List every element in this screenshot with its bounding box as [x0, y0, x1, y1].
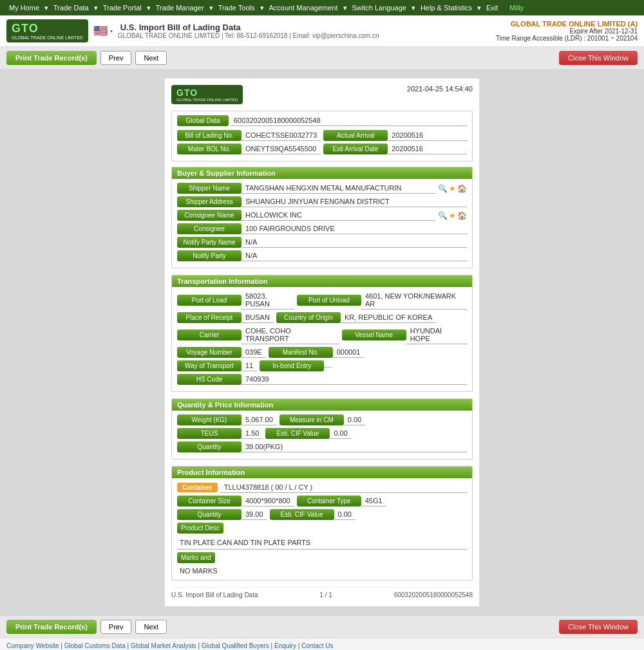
place-of-receipt-row: Place of Receipt BUSAN [177, 312, 274, 323]
vessel-name-row: Vessel Name HYUNDAI HOPE [342, 326, 467, 344]
global-data-label: Global Data [177, 115, 229, 126]
print-button-top[interactable]: Print Trade Record(s) [6, 51, 97, 65]
nav-trade-tools[interactable]: Trade Tools [214, 3, 259, 13]
buyer-supplier-body: Shipper Name TANGSHAN HENGXIN METAL MANU… [172, 179, 472, 268]
footer-link-global-market[interactable]: Global Market Analysis [131, 642, 196, 649]
product-esti-cif-row: Esti. CIF Value 0.00 [270, 509, 355, 520]
mater-bol-row: Mater BOL No. ONEYTS9QA5545500 Esti Arri… [177, 144, 467, 157]
logo-gto-text: GTO [12, 22, 39, 35]
footer-link-global-customs[interactable]: Global Customs Data [64, 642, 126, 649]
expire-label: Expire After 2021-12-31 [496, 28, 638, 35]
nav-trade-portal[interactable]: Trade Portal [99, 3, 146, 13]
port-of-load-row: Port of Load 58023, PUSAN [177, 291, 294, 310]
nav-my-home[interactable]: My Home [5, 3, 43, 13]
mater-bol-value: ONEYTS9QA5545500 [242, 144, 321, 154]
quantity-price-section: Quantity & Price Information Weight (KG)… [171, 398, 473, 460]
time-range-label: Time Range Accessible (LDR) : 201001 ~ 2… [496, 35, 638, 42]
global-data-row: Global Data 6003202005180000052548 [177, 115, 467, 126]
port-of-load-label: Port of Load [177, 295, 242, 306]
carrier-label: Carrier [177, 330, 242, 340]
port-of-unload-value: 4601, NEW YORK/NEWARK AR [361, 291, 467, 310]
record-datetime: 2021-04-25 14:54:40 [407, 85, 473, 93]
shipper-home-icon[interactable]: 🏠 [457, 184, 467, 193]
quantity-price-body: Weight (KG) 5,067.00 Measure in CM 0.00 … [172, 411, 472, 459]
voyage-number-row: Voyage Number 039E [177, 347, 266, 358]
account-company-name: GLOBAL TRADE ONLINE LIMITED (A) [496, 20, 638, 28]
quantity-value-qp: 39.00(PKG) [242, 441, 467, 452]
notify-party-value: N/A [242, 250, 467, 261]
esti-arrival-value: 20200516 [388, 144, 467, 154]
footer-link-enquiry[interactable]: Enquiry [274, 642, 296, 649]
main-content: GTO GLOBAL TRADE ONLINE LIMITED 2021-04-… [164, 78, 480, 607]
footer-link-global-qualified[interactable]: Global Qualified Buyers [202, 642, 269, 649]
close-button-bottom[interactable]: Close This Window [559, 620, 638, 634]
transportation-section: Transportation Information Port of Load … [171, 275, 473, 392]
nav-help-statistics[interactable]: Help & Statistics [417, 3, 476, 13]
next-button-bottom[interactable]: Next [135, 620, 167, 634]
prev-button-bottom[interactable]: Prev [100, 620, 132, 634]
footer-link-contact[interactable]: Contact Us [301, 642, 333, 649]
esti-cif-value: 0.00 [330, 428, 351, 439]
logo-area: GTO GLOBAL TRADE ONLINE LIMITED 🇺🇸 • U.S… [6, 19, 379, 42]
shipper-search-icon[interactable]: 🔍 [438, 184, 448, 193]
container-row: Container TLLU4378818 ( 00 / L / CY ) [177, 482, 467, 493]
actual-arrival-row: Actual Arrival 20200516 [323, 130, 467, 141]
prev-button-top[interactable]: Prev [100, 51, 132, 65]
header-right: GLOBAL TRADE ONLINE LIMITED (A) Expire A… [496, 20, 638, 42]
header-subtitle-company: GLOBAL TRADE ONLINE LIMITED | Tel: 86-51… [118, 32, 379, 39]
port-of-load-value: 58023, PUSAN [242, 291, 294, 310]
country-of-origin-label: Country of Origin [276, 312, 341, 323]
header-bar: GTO GLOBAL TRADE ONLINE LIMITED 🇺🇸 • U.S… [0, 15, 644, 47]
nav-trade-data[interactable]: Trade Data [50, 3, 93, 13]
nav-switch-language[interactable]: Switch Language [348, 3, 410, 13]
quantity-row-qp: Quantity 39.00(PKG) [177, 441, 467, 452]
voyage-number-value: 039E [242, 347, 266, 358]
mater-bol-label: Mater BOL No. [177, 144, 242, 154]
next-button-top[interactable]: Next [135, 51, 167, 65]
consignee-star-icon[interactable]: ★ [449, 211, 456, 220]
footer-page-info: 1 / 1 [319, 591, 332, 599]
shipper-star-icon[interactable]: ★ [449, 184, 456, 193]
port-of-unload-row: Port of Unload 4601, NEW YORK/NEWARK AR [297, 291, 467, 310]
consignee-name-label: Consignee Name [177, 210, 242, 221]
in-bond-entry-label: In-bond Entry [260, 360, 324, 371]
global-data-value: 6003202005180000052548 [231, 115, 467, 126]
consignee-value: 100 FAIRGROUNDS DRIVE [242, 223, 467, 234]
top-navigation: My Home▾ Trade Data▾ Trade Portal▾ Trade… [0, 0, 644, 15]
mater-bol-row-left: Mater BOL No. ONEYTS9QA5545500 [177, 144, 321, 154]
product-qty-cif-row: Quantity 39.00 Esti. CIF Value 0.00 [177, 509, 467, 523]
place-of-receipt-label: Place of Receipt [177, 312, 242, 323]
teus-value: 1.50 [242, 428, 263, 439]
esti-cif-label: Esti. CIF Value [265, 428, 330, 439]
country-of-origin-value: KR, REPUBLIC OF KOREA [341, 312, 436, 323]
weight-value: 5,067.00 [242, 414, 277, 425]
shipper-address-label: Shipper Address [177, 196, 242, 207]
actual-arrival-label: Actual Arrival [323, 130, 388, 141]
port-row: Port of Load 58023, PUSAN Port of Unload… [177, 291, 467, 312]
consignee-home-icon[interactable]: 🏠 [457, 211, 467, 220]
close-button-top[interactable]: Close This Window [559, 51, 638, 65]
bol-row: Bill of Lading No. COHECTSSE0032773 Actu… [177, 130, 467, 144]
carrier-field-row: Carrier COHE, COHO TRANSPORT [177, 326, 339, 344]
teus-row: TEUS 1.50 [177, 428, 263, 439]
hs-code-row: HS Code 740939 [177, 374, 467, 385]
marks-value: NO MARKS [177, 566, 467, 576]
container-size-row: Container Size 4000*900*800 [177, 496, 294, 506]
shipper-name-label: Shipper Name [177, 183, 242, 194]
container-type-value: 45G1 [361, 496, 386, 506]
vessel-name-label: Vessel Name [342, 330, 406, 340]
consignee-row: Consignee 100 FAIRGROUNDS DRIVE [177, 223, 467, 234]
print-button-bottom[interactable]: Print Trade Record(s) [6, 620, 97, 634]
shipper-address-value: SHUANGHU JINYUAN FENGNAN DISTRICT [242, 196, 467, 207]
transportation-header: Transportation Information [172, 275, 472, 287]
nav-exit[interactable]: Exit [482, 3, 502, 13]
consignee-search-icon[interactable]: 🔍 [438, 211, 448, 220]
carrier-row: Carrier COHE, COHO TRANSPORT Vessel Name… [177, 326, 467, 347]
nav-trade-manager[interactable]: Trade Manager [152, 3, 208, 13]
logo-subtitle: GLOBAL TRADE ONLINE LIMITED [12, 35, 83, 40]
measure-value: 0.00 [344, 414, 365, 425]
product-esti-cif-value: 0.00 [334, 509, 355, 520]
nav-account-management[interactable]: Account Management [265, 3, 342, 13]
product-quantity-value: 39.00 [242, 509, 267, 520]
footer-link-company-website[interactable]: Company Website [6, 642, 59, 649]
